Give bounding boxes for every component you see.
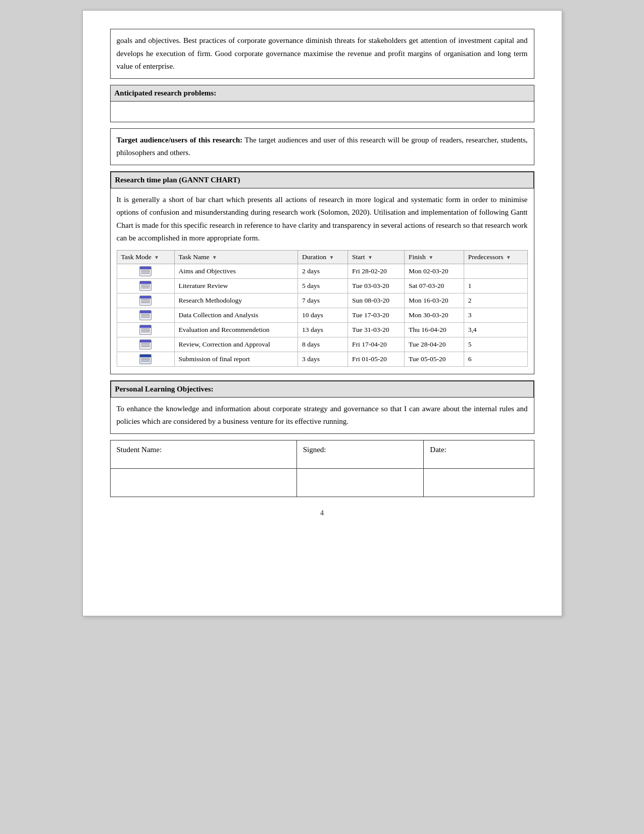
col-finish[interactable]: Finish ▼ [405,250,464,264]
gantt-table-wrap: Task Mode ▼ Task Name ▼ Duration ▼ Start… [111,250,534,374]
research-body: It is generally a short of bar chart whi… [111,188,534,250]
gantt-table: Task Mode ▼ Task Name ▼ Duration ▼ Start… [117,250,528,367]
task-mode-cell [117,322,174,337]
student-name-label: Student Name: [117,446,162,454]
col-predecessors[interactable]: Predecessors ▼ [464,250,527,264]
date-value [424,468,534,497]
finish-cell: Sat 07-03-20 [405,278,464,293]
duration-cell: 2 days [298,264,348,278]
anticipated-header: Anticipated research problems: [111,85,534,102]
task-mode-cell [117,264,174,278]
task-mode-icon [139,296,152,306]
anticipated-section: Anticipated research problems: [110,85,534,122]
duration-cell: 8 days [298,337,348,352]
predecessors-cell: 2 [464,293,527,308]
task-mode-icon [139,339,152,350]
start-cell: Tue 31-03-20 [348,322,405,337]
intro-section: goals and objectives. Best practices of … [110,29,534,79]
task-mode-cell [117,337,174,352]
start-cell: Fri 17-04-20 [348,337,405,352]
task-mode-cell [117,278,174,293]
date-cell: Date: [424,440,534,468]
col-start[interactable]: Start ▼ [348,250,405,264]
table-row: Evaluation and Recommendetion13 daysTue … [117,322,527,337]
anticipated-body [111,102,534,122]
task-mode-icon-dark [139,354,152,364]
duration-cell: 5 days [298,278,348,293]
signed-value [296,468,424,497]
task-mode-icon [139,266,152,276]
table-row: Data Collection and Analysis10 daysTue 1… [117,308,527,322]
finish-cell: Tue 05-05-20 [405,352,464,366]
intro-text: goals and objectives. Best practices of … [111,29,534,78]
col-duration[interactable]: Duration ▼ [298,250,348,264]
page: goals and objectives. Best practices of … [82,10,562,616]
student-name-cell: Student Name: [110,440,296,468]
finish-cell: Mon 30-03-20 [405,308,464,322]
personal-section: Personal Learning Objectives: To enhance… [110,380,534,434]
signed-label: Signed: [303,446,326,454]
predecessors-cell: 6 [464,352,527,366]
task-mode-icon [139,281,152,291]
finish-cell: Mon 02-03-20 [405,264,464,278]
target-label: Target audience/users of this research: [117,136,243,144]
task-name-cell: Research Methodology [174,293,298,308]
duration-cell: 7 days [298,293,348,308]
student-name-value [110,468,296,497]
duration-cell: 10 days [298,308,348,322]
start-cell: Tue 17-03-20 [348,308,405,322]
task-name-cell: Aims and Objectives [174,264,298,278]
predecessors-cell: 5 [464,337,527,352]
table-row: Review, Correction and Approval8 daysFri… [117,337,527,352]
duration-cell: 3 days [298,352,348,366]
start-cell: Tue 03-03-20 [348,278,405,293]
personal-body: To enhance the knowledge and information… [111,398,534,433]
target-section: Target audience/users of this research: … [110,128,534,165]
start-cell: Sun 08-03-20 [348,293,405,308]
task-mode-cell [117,352,174,366]
finish-cell: Tue 28-04-20 [405,337,464,352]
predecessors-cell: 3 [464,308,527,322]
table-row: Research Methodology7 daysSun 08-03-20Mo… [117,293,527,308]
start-cell: Fri 28-02-20 [348,264,405,278]
task-mode-cell [117,293,174,308]
table-row: Submission of final report3 daysFri 01-0… [117,352,527,366]
task-name-cell: Submission of final report [174,352,298,366]
table-row: Literature Review5 daysTue 03-03-20Sat 0… [117,278,527,293]
task-mode-icon [139,310,152,320]
signed-cell: Signed: [296,440,424,468]
col-task-name[interactable]: Task Name ▼ [174,250,298,264]
table-row: Aims and Objectives2 daysFri 28-02-20Mon… [117,264,527,278]
finish-cell: Thu 16-04-20 [405,322,464,337]
task-name-cell: Evaluation and Recommendetion [174,322,298,337]
personal-header: Personal Learning Objectives: [111,381,534,398]
predecessors-cell [464,264,527,278]
research-section: Research time plan (GANNT CHART) It is g… [110,171,534,374]
duration-cell: 13 days [298,322,348,337]
start-cell: Fri 01-05-20 [348,352,405,366]
task-mode-cell [117,308,174,322]
predecessors-cell: 3,4 [464,322,527,337]
date-label: Date: [430,446,446,454]
page-number: 4 [110,509,534,517]
task-name-cell: Review, Correction and Approval [174,337,298,352]
col-task-mode[interactable]: Task Mode ▼ [117,250,174,264]
finish-cell: Mon 16-03-20 [405,293,464,308]
task-name-cell: Literature Review [174,278,298,293]
predecessors-cell: 1 [464,278,527,293]
task-name-cell: Data Collection and Analysis [174,308,298,322]
target-text: Target audience/users of this research: … [111,129,534,165]
footer-table: Student Name: Signed: Date: [110,440,534,497]
task-mode-icon [139,325,152,335]
research-header: Research time plan (GANNT CHART) [111,172,534,188]
